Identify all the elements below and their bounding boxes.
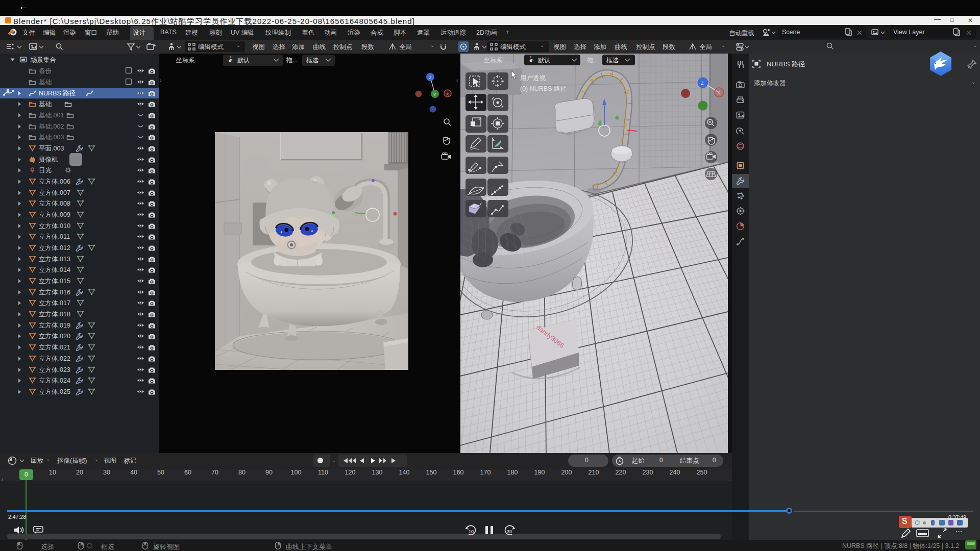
svg-text:用户透视: 用户透视	[520, 74, 546, 82]
svg-text:框选: 框选	[606, 57, 619, 64]
svg-text:Y: Y	[433, 92, 436, 97]
svg-text:坐标系:: 坐标系:	[176, 57, 196, 64]
svg-text:Z: Z	[701, 81, 704, 86]
svg-text:拖...: 拖...	[286, 57, 298, 64]
svg-text:Z: Z	[429, 76, 431, 80]
svg-text:X: X	[717, 90, 720, 95]
svg-text:30: 30	[507, 529, 512, 534]
svg-text:›: ›	[160, 77, 162, 83]
svg-text:框选: 框选	[306, 57, 318, 64]
svg-text:默认: 默认	[538, 57, 550, 64]
svg-text:拖..: 拖..	[586, 57, 597, 64]
svg-text:‹: ‹	[456, 77, 458, 83]
svg-text:10: 10	[469, 529, 474, 534]
svg-text:X: X	[446, 92, 449, 96]
svg-text:(0) NURBS 路径: (0) NURBS 路径	[520, 85, 567, 92]
svg-text:坐标系:: 坐标系:	[483, 57, 504, 64]
svg-text:默认: 默认	[237, 57, 250, 64]
